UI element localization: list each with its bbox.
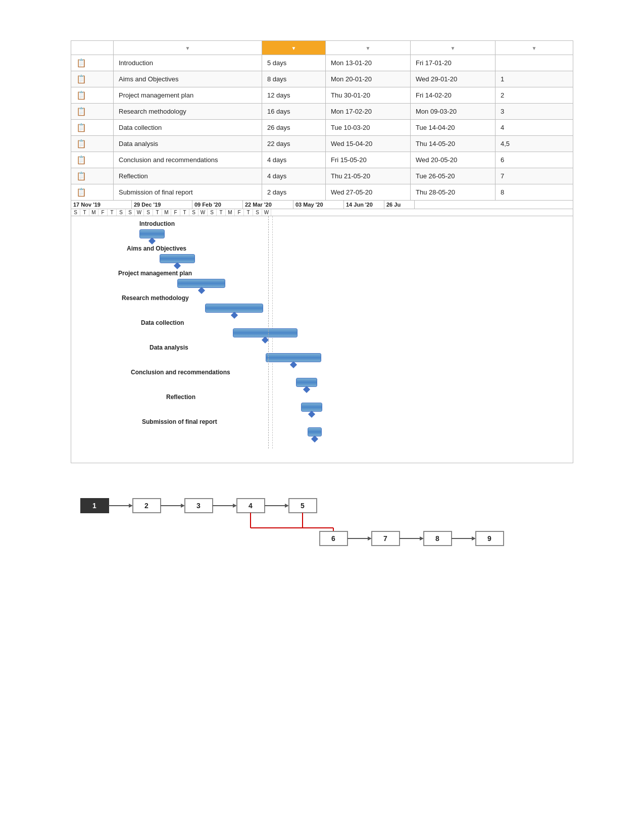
gantt-day-header: T	[153, 209, 162, 216]
gantt-chart: 17 Nov '1929 Dec '1909 Feb '2022 Mar '20…	[71, 201, 573, 463]
task-predecessors-cell: 1	[496, 71, 573, 87]
task-start-cell: Wed 27-05-20	[326, 184, 411, 201]
svg-marker-24	[420, 536, 424, 541]
gantt-connector-diamond	[290, 361, 297, 368]
task-predecessors-cell: 3	[496, 104, 573, 120]
header-start[interactable]: ▼	[326, 41, 411, 55]
gantt-task-label: Submission of final report	[142, 418, 217, 425]
gantt-period-header: 22 Mar '20	[243, 201, 293, 209]
gantt-today-line	[268, 216, 269, 449]
gantt-task-label: Research methodology	[122, 295, 189, 302]
gantt-day-header: F	[171, 209, 180, 216]
svg-marker-8	[233, 504, 237, 508]
task-icon: 📋	[76, 123, 86, 132]
svg-text:2: 2	[144, 502, 148, 510]
header-finish[interactable]: ▼	[411, 41, 496, 55]
task-start-cell: Tue 10-03-20	[326, 120, 411, 136]
task-mode-cell: 📋	[71, 87, 114, 104]
task-icon: 📋	[76, 58, 86, 68]
gantt-day-header: S	[208, 209, 217, 216]
task-duration-cell: 4 days	[262, 152, 326, 168]
task-start-cell: Mon 13-01-20	[326, 55, 411, 71]
task-finish-cell: Tue 26-05-20	[411, 168, 496, 184]
header-task-name[interactable]: ▼	[114, 41, 262, 55]
gantt-period-header: 09 Feb '20	[192, 201, 243, 209]
gantt-task-label: Conclusion and recommendations	[131, 369, 230, 376]
gantt-day-header: T	[108, 209, 117, 216]
task-predecessors-cell	[496, 55, 573, 71]
header-task-mode[interactable]	[71, 41, 114, 55]
task-start-cell: Mon 20-01-20	[326, 71, 411, 87]
gantt-day-header: W	[199, 209, 208, 216]
task-name-cell: Data analysis	[114, 136, 262, 152]
svg-marker-11	[285, 504, 289, 508]
gantt-connector-diamond	[311, 435, 318, 443]
gantt-day-header: T	[180, 209, 189, 216]
task-mode-cell: 📋	[71, 168, 114, 184]
gantt-period-header: 26 Ju	[384, 201, 415, 209]
gantt-day-header: S	[189, 209, 199, 216]
network-diagram: 1 2 3 4 5	[71, 473, 573, 544]
network-svg: 1 2 3 4 5	[76, 483, 515, 549]
svg-text:5: 5	[301, 502, 305, 510]
table-row: 📋 Introduction 5 days Mon 13-01-20 Fri 1…	[71, 55, 573, 71]
gantt-connector-diamond	[303, 386, 310, 393]
task-duration-cell: 12 days	[262, 87, 326, 104]
task-predecessors-cell: 4	[496, 120, 573, 136]
table-row: 📋 Data collection 26 days Tue 10-03-20 T…	[71, 120, 573, 136]
gantt-day-header: F	[235, 209, 244, 216]
gantt-connector-diamond	[174, 262, 181, 269]
task-predecessors-cell: 4,5	[496, 136, 573, 152]
task-name-cell: Conclusion and recommendations	[114, 152, 262, 168]
gantt-day-header: S	[71, 209, 80, 216]
svg-marker-27	[472, 536, 476, 541]
gantt-task-label: Reflection	[166, 394, 195, 401]
task-finish-cell: Fri 17-01-20	[411, 55, 496, 71]
table-row: 📋 Data analysis 22 days Wed 15-04-20 Thu…	[71, 136, 573, 152]
gantt-day-header: W	[262, 209, 271, 216]
task-start-cell: Thu 30-01-20	[326, 87, 411, 104]
task-duration-cell: 16 days	[262, 104, 326, 120]
task-predecessors-cell: 7	[496, 168, 573, 184]
gantt-day-header: F	[98, 209, 108, 216]
task-icon: 📋	[76, 171, 86, 181]
gantt-day-header: T	[244, 209, 253, 216]
task-finish-cell: Mon 09-03-20	[411, 104, 496, 120]
gantt-connector-diamond	[308, 411, 315, 418]
gantt-task-label: Project management plan	[118, 270, 192, 277]
task-predecessors-cell: 6	[496, 152, 573, 168]
gantt-task-label: Data collection	[141, 319, 184, 326]
task-start-cell: Wed 15-04-20	[326, 136, 411, 152]
header-predecessors[interactable]: ▼	[496, 41, 573, 55]
svg-text:6: 6	[331, 534, 335, 543]
gantt-task-label: Introduction	[139, 220, 175, 227]
task-mode-cell: 📋	[71, 120, 114, 136]
table-row: 📋 Research methodology 16 days Mon 17-02…	[71, 104, 573, 120]
gantt-day-header: S	[253, 209, 262, 216]
task-name-cell: Aims and Objectives	[114, 71, 262, 87]
task-start-cell: Thu 21-05-20	[326, 168, 411, 184]
task-mode-cell: 📋	[71, 184, 114, 201]
gantt-day-header: S	[144, 209, 153, 216]
svg-text:7: 7	[383, 534, 387, 543]
task-finish-cell: Wed 20-05-20	[411, 152, 496, 168]
task-icon: 📋	[76, 139, 86, 149]
task-finish-cell: Thu 14-05-20	[411, 136, 496, 152]
task-icon: 📋	[76, 90, 86, 100]
gantt-period-header: 03 May '20	[293, 201, 344, 209]
gantt-day-header: M	[162, 209, 171, 216]
task-start-cell: Mon 17-02-20	[326, 104, 411, 120]
svg-text:3: 3	[196, 502, 201, 510]
header-duration[interactable]: ▼	[262, 41, 326, 55]
gantt-connector-diamond	[148, 237, 156, 244]
task-mode-cell: 📋	[71, 136, 114, 152]
task-icon: 📋	[76, 187, 86, 197]
task-mode-cell: 📋	[71, 55, 114, 71]
table-row: 📋 Project management plan 12 days Thu 30…	[71, 87, 573, 104]
table-row: 📋 Aims and Objectives 8 days Mon 20-01-2…	[71, 71, 573, 87]
gantt-day-header: T	[217, 209, 226, 216]
task-name-cell: Submission of final report	[114, 184, 262, 201]
task-predecessors-cell: 2	[496, 87, 573, 104]
gantt-task-label: Data analysis	[150, 344, 188, 351]
task-mode-cell: 📋	[71, 152, 114, 168]
